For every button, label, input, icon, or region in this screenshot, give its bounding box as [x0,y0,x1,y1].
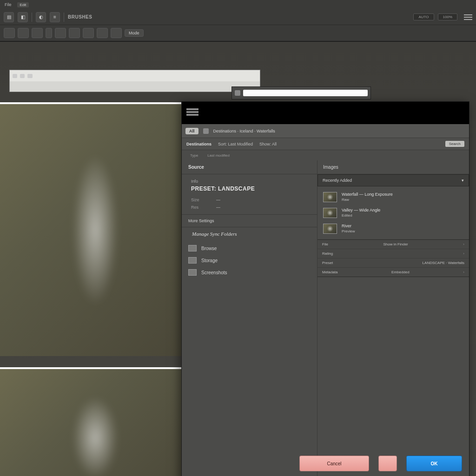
ok-button[interactable]: OK [406,456,462,471]
dialog-column-headers: Type Last modified [182,150,469,160]
col-type: Type [190,153,198,158]
sidebar-item-label: Browse [201,246,217,251]
hamburger-icon[interactable] [464,14,472,20]
tool2-3[interactable] [32,28,43,38]
menu-file[interactable]: File [5,2,12,7]
chevron-right-icon: › [463,251,464,256]
meta-row-preset[interactable]: Preset LANDSCAPE · Waterfalls [317,258,469,268]
workspace: All Destinations · Iceland · Waterfalls … [0,42,476,476]
dialog-right-pane: Images Recently Added ▾ Waterfall — Long… [317,160,469,476]
document-tab[interactable] [13,74,17,78]
tool2-sep [46,28,52,38]
tool2-6[interactable] [83,28,94,38]
info-label: Info [191,179,308,184]
tool2-8[interactable] [111,28,122,38]
tool2-mode[interactable]: Mode [125,29,144,37]
meta-value: LANDSCAPE · Waterfalls [423,261,464,265]
grid-icon[interactable] [203,128,209,134]
sidebar-item-label: Storage [201,258,218,263]
tool-button-2[interactable]: ◧ [18,12,28,22]
section-title: Destinations [186,142,212,146]
drive-icon [188,257,197,264]
dialog-titlebar[interactable] [182,102,469,124]
tool2-7[interactable] [97,28,108,38]
sort-label[interactable]: Sort: Last Modified [218,142,253,146]
dialog-subtoolbar: Destinations Sort: Last Modified Show: A… [182,138,469,150]
res-value: — [216,205,220,210]
thumbnail-title: Valley — Wide Angle [342,208,380,213]
res-key: Res [191,205,207,210]
thumbnail-title: River [342,224,355,229]
thumbnail-subtitle: Raw [342,198,393,202]
document-tabstrip [10,70,260,81]
meta-row-metadata[interactable]: Metadata Embedded › [317,268,469,277]
toolbar-label: BRUSHES [68,14,92,20]
search-input[interactable] [243,90,368,96]
thumbnail-subtitle: Edited [342,213,380,218]
meta-key: File [322,242,328,246]
aux-button[interactable] [378,456,397,471]
toolbar-separator [32,13,32,22]
thumbnail-item[interactable]: Waterfall — Long Exposure Raw [317,189,469,205]
meta-value: Embedded [391,270,410,274]
sidebar-item-browse[interactable]: Browse [182,242,317,254]
canvas-preview-top[interactable] [0,102,181,356]
folder-icon [188,245,197,251]
source-header: Source [182,160,317,174]
tool2-2[interactable] [18,28,29,38]
thumbnail-item[interactable]: River Preview [317,221,469,237]
dialog-button-bar: Cancel OK [299,456,462,471]
export-dialog: All Destinations · Iceland · Waterfalls … [181,101,469,476]
meta-row-rating[interactable]: Rating › [317,249,469,258]
floating-search-bar[interactable] [231,86,371,99]
col-modified: Last modified [207,153,230,158]
tool-button-4[interactable]: ≡ [50,12,60,22]
thumbnail-image [323,208,337,218]
menu-edit[interactable]: Edit [17,2,29,7]
document-tab[interactable] [20,74,25,78]
toolbar-field-auto[interactable]: AUTO [413,13,434,20]
size-key: Size [191,198,207,202]
document-tab[interactable] [27,74,32,78]
list-icon [186,108,198,118]
meta-value: Show in Finder [383,242,408,246]
breadcrumb[interactable]: Destinations · Iceland · Waterfalls [213,129,275,133]
chevron-right-icon: › [463,242,464,246]
filter-chip-all[interactable]: All [185,128,198,134]
sidebar-item-screenshots[interactable]: Screenshots [182,266,317,278]
thumbnail-item[interactable]: Valley — Wide Angle Edited [317,205,469,221]
canvas-preview-bottom[interactable] [0,367,181,476]
tool2-1[interactable] [4,28,15,38]
chevron-right-icon: › [463,270,464,274]
thumbnail-image [323,192,337,202]
preset-value: PRESET: LANDSCAPE [191,185,308,192]
cancel-button[interactable]: Cancel [299,456,369,471]
camera-icon [188,269,197,276]
size-value: — [216,198,220,202]
sort-dropdown[interactable]: Recently Added ▾ [317,174,469,186]
thumbnail-list: Waterfall — Long Exposure Raw Valley — W… [317,186,469,239]
images-header: Images [317,160,469,174]
chevron-down-icon: ▾ [462,178,464,183]
dialog-left-pane: Source Info PRESET: LANDSCAPE Size — Res… [182,160,317,476]
show-label[interactable]: Show: All [259,142,277,146]
sidebar-item-storage[interactable]: Storage [182,254,317,266]
meta-row-file[interactable]: File Show in Finder › [317,240,469,249]
document-window[interactable] [9,70,260,92]
search-chip[interactable]: Search [445,141,464,147]
tool-button-1[interactable]: ▤ [4,12,14,22]
meta-key: Rating [322,251,333,256]
dialog-toolbar: All Destinations · Iceland · Waterfalls [182,124,469,138]
search-icon [235,90,240,96]
tool2-4[interactable] [55,28,66,38]
toolbar-separator [64,13,64,22]
toolbar-field-zoom[interactable]: 100% [438,13,457,20]
tool2-5[interactable] [69,28,80,38]
tool-button-3[interactable]: ◐ [36,12,46,22]
meta-key: Preset [322,261,333,265]
app-menubar: File Edit [0,0,476,9]
sidebar-item-label: Screenshots [201,270,227,275]
dropdown-label: Recently Added [323,178,352,183]
metadata-panel: File Show in Finder › Rating › Preset LA… [317,239,469,277]
thumbnail-image [323,224,337,234]
